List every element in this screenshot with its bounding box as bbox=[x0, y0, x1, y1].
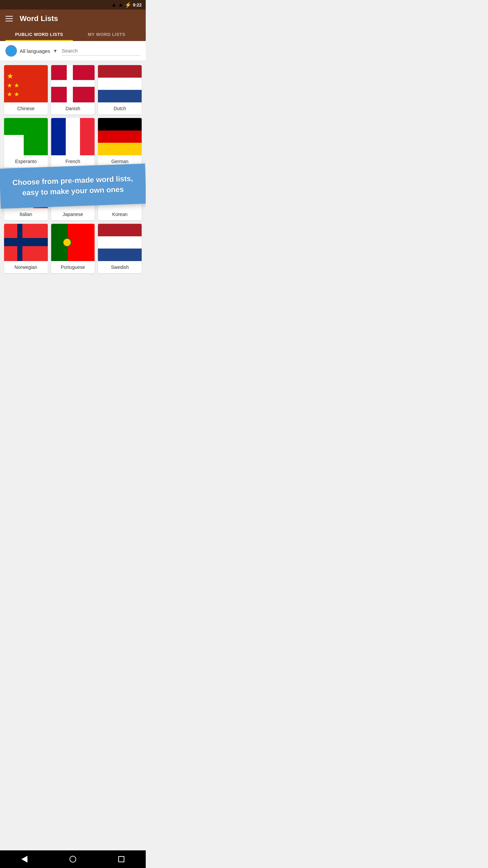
flag-portuguese bbox=[51, 224, 95, 261]
back-icon bbox=[21, 856, 27, 863]
recents-icon bbox=[118, 856, 124, 862]
page-title: Word Lists bbox=[20, 14, 58, 23]
flag-esperanto bbox=[4, 118, 48, 155]
app-bar: Word Lists PUBLIC WORD LISTS MY WORD LIS… bbox=[0, 9, 146, 41]
list-item[interactable]: Norwegian bbox=[4, 224, 48, 273]
filters-bar: 🌐 All languages ▼ bbox=[0, 41, 146, 61]
tab-public-word-lists[interactable]: PUBLIC WORD LISTS bbox=[5, 28, 73, 41]
flag-french bbox=[51, 118, 95, 155]
signal-icon: ▲ bbox=[118, 2, 123, 8]
home-button[interactable] bbox=[66, 852, 80, 866]
menu-button[interactable] bbox=[5, 16, 13, 21]
list-item[interactable]: Dutch bbox=[98, 65, 142, 115]
language-selector[interactable]: 🌐 All languages ▼ bbox=[5, 45, 58, 57]
language-label: Korean bbox=[98, 208, 142, 220]
flag-chinese: ★★ ★★ ★ bbox=[4, 65, 48, 102]
language-label: Norwegian bbox=[4, 261, 48, 273]
recents-button[interactable] bbox=[115, 852, 128, 866]
list-item[interactable]: Portuguese bbox=[51, 224, 95, 273]
list-item[interactable]: Esperanto bbox=[4, 118, 48, 167]
tabs: PUBLIC WORD LISTS MY WORD LISTS bbox=[5, 28, 140, 41]
promo-banner: Choose from pre-made word lists, easy to… bbox=[0, 164, 146, 209]
flag-swedish bbox=[98, 224, 142, 261]
search-input[interactable] bbox=[62, 48, 140, 54]
back-button[interactable] bbox=[18, 852, 31, 866]
language-label: Italian bbox=[4, 208, 48, 220]
app-bar-top: Word Lists bbox=[5, 14, 140, 28]
flag-german bbox=[98, 118, 142, 155]
globe-icon: 🌐 bbox=[5, 45, 17, 57]
search-container bbox=[62, 46, 140, 56]
flag-danish bbox=[51, 65, 95, 102]
bottom-nav bbox=[0, 850, 146, 868]
language-label: Chinese bbox=[4, 102, 48, 115]
language-label: Swedish bbox=[98, 261, 142, 273]
language-label: Japanese bbox=[51, 208, 95, 220]
flag-norwegian bbox=[4, 224, 48, 261]
language-label: Dutch bbox=[98, 102, 142, 115]
language-label: Esperanto bbox=[4, 155, 48, 167]
list-item[interactable]: Danish bbox=[51, 65, 95, 115]
language-label: Danish bbox=[51, 102, 95, 115]
list-item[interactable]: French bbox=[51, 118, 95, 167]
clock: 9:22 bbox=[133, 2, 142, 7]
list-item[interactable]: German bbox=[98, 118, 142, 167]
flag-dutch bbox=[98, 65, 142, 102]
wifi-icon: ▲ bbox=[111, 2, 117, 8]
dropdown-arrow-icon: ▼ bbox=[53, 48, 58, 54]
battery-icon: ⚡ bbox=[125, 2, 131, 8]
home-icon bbox=[69, 856, 76, 863]
language-label: Portuguese bbox=[51, 261, 95, 273]
status-icons: ▲ ▲ ⚡ 9:22 bbox=[111, 2, 142, 8]
tab-my-word-lists[interactable]: MY WORD LISTS bbox=[73, 28, 140, 41]
language-text: All languages bbox=[20, 48, 50, 54]
list-item[interactable]: Swedish bbox=[98, 224, 142, 273]
list-item[interactable]: ★★ ★★ ★ Chinese bbox=[4, 65, 48, 115]
status-bar: ▲ ▲ ⚡ 9:22 bbox=[0, 0, 146, 9]
